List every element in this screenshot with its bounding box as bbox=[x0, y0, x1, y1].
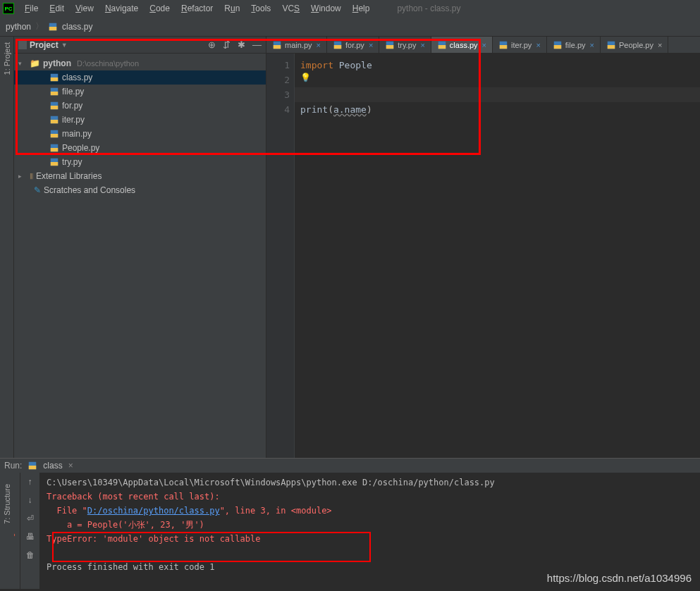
chevron-down-icon[interactable]: ▾ bbox=[18, 60, 27, 67]
breadcrumb-separator: 〉 bbox=[35, 20, 44, 32]
editor-tab-iter-py[interactable]: iter.py× bbox=[493, 37, 547, 53]
trash-icon[interactable]: 🗑 bbox=[24, 549, 37, 561]
tree-external-libraries[interactable]: ▸ ⫴ External Libraries bbox=[14, 169, 266, 183]
line-number: 4 bbox=[266, 102, 290, 117]
svg-rect-22 bbox=[386, 45, 394, 49]
tree-root[interactable]: ▾ 📁 python D:\oschina\python bbox=[14, 56, 266, 70]
run-toolbar-inner: ↑ ↓ ⏎ 🖶 🗑 bbox=[20, 473, 39, 589]
svg-rect-8 bbox=[51, 106, 59, 109]
tree-file-iter[interactable]: iter.py bbox=[14, 113, 266, 127]
run-tool-window: Run: class × ▶ ■ ⇲ 📌 ✖ ↑ ↓ ⏎ 🖶 🗑 C:\User… bbox=[0, 458, 700, 589]
console-cmd: C:\Users\10349\AppData\Local\Microsoft\W… bbox=[47, 478, 495, 487]
menu-vcs[interactable]: VCS bbox=[277, 2, 305, 15]
tree-file-main[interactable]: main.py bbox=[14, 127, 266, 141]
menu-file[interactable]: File bbox=[20, 2, 43, 15]
tree-label: External Libraries bbox=[36, 171, 102, 181]
svg-rect-16 bbox=[51, 162, 59, 166]
svg-rect-4 bbox=[51, 77, 59, 81]
watermark: https://blog.csdn.net/a1034996 bbox=[547, 572, 692, 584]
tree-file-file[interactable]: file.py bbox=[14, 85, 266, 99]
console-file-link[interactable]: D:/oschina/python/class.py bbox=[87, 506, 220, 516]
svg-rect-14 bbox=[51, 148, 59, 151]
run-tab-name[interactable]: class bbox=[43, 461, 62, 471]
menu-run[interactable]: Run bbox=[219, 2, 245, 15]
svg-rect-18 bbox=[274, 45, 281, 49]
menu-navigate[interactable]: Navigate bbox=[100, 2, 143, 15]
breadcrumb-file[interactable]: class.py bbox=[62, 22, 92, 32]
python-file-icon bbox=[49, 87, 59, 97]
menu-refactor[interactable]: Refactor bbox=[176, 2, 218, 15]
editor-tab-file-py[interactable]: file.py× bbox=[547, 37, 601, 53]
tree-root-path: D:\oschina\python bbox=[77, 59, 139, 68]
python-file-icon bbox=[48, 22, 58, 32]
svg-rect-28 bbox=[554, 45, 562, 49]
console-traceback: Traceback (most recent call last): bbox=[47, 492, 220, 502]
close-icon[interactable]: × bbox=[68, 461, 73, 471]
python-file-icon bbox=[49, 115, 59, 125]
svg-rect-1 bbox=[49, 27, 57, 30]
tree-label: for.py bbox=[62, 101, 82, 111]
chevron-right-icon[interactable]: ▸ bbox=[18, 173, 27, 180]
left-gutter: 1: Project bbox=[0, 37, 14, 458]
tree-label: main.py bbox=[62, 129, 92, 139]
tree-file-people[interactable]: People.py bbox=[14, 141, 266, 155]
menu-code[interactable]: Code bbox=[145, 2, 175, 15]
navigation-bar: python 〉 class.py bbox=[0, 17, 700, 37]
project-tool-window: Project ▼ ⊕ ⇵ ✱ — ▾ 📁 python D:\oschina\… bbox=[14, 37, 266, 458]
python-file-icon bbox=[49, 101, 59, 111]
hide-icon[interactable]: — bbox=[252, 39, 262, 50]
expand-icon[interactable]: ⇵ bbox=[223, 39, 231, 50]
line-number: 3 bbox=[266, 87, 290, 102]
tree-scratches[interactable]: ✎ Scratches and Consoles bbox=[14, 183, 266, 197]
svg-rect-6 bbox=[51, 92, 59, 95]
menu-tools[interactable]: Tools bbox=[246, 2, 276, 15]
editor-tab-People-py[interactable]: People.py× bbox=[601, 37, 668, 53]
tree-label: iter.py bbox=[62, 115, 85, 125]
side-tab-structure[interactable]: 7: Structure bbox=[1, 478, 13, 530]
svg-rect-32 bbox=[29, 466, 37, 469]
menu-edit[interactable]: Edit bbox=[44, 2, 69, 15]
tree-file-class[interactable]: class.py bbox=[14, 70, 266, 85]
project-panel-title: Project bbox=[30, 40, 59, 50]
tree-label: class.py bbox=[62, 73, 92, 82]
gutter: 1 2 3 4 bbox=[266, 54, 295, 458]
left-gutter-bottom: 7: Structure bbox=[0, 478, 14, 563]
menu-view[interactable]: View bbox=[70, 2, 99, 15]
editor-tab-main-py[interactable]: main.py× bbox=[266, 37, 327, 53]
current-line-highlight bbox=[295, 87, 700, 102]
window-title: python - class.py bbox=[397, 4, 460, 13]
tree-file-for[interactable]: for.py bbox=[14, 99, 266, 113]
menu-window[interactable]: Window bbox=[306, 2, 346, 15]
svg-rect-26 bbox=[500, 45, 508, 49]
tree-file-try[interactable]: try.py bbox=[14, 155, 266, 169]
side-tab-project[interactable]: 1: Project bbox=[1, 37, 13, 80]
svg-rect-20 bbox=[334, 45, 342, 49]
up-icon[interactable]: ↑ bbox=[24, 475, 37, 488]
tree-label: Scratches and Consoles bbox=[44, 185, 135, 195]
python-file-icon bbox=[49, 157, 59, 167]
library-icon: ⫴ bbox=[30, 171, 33, 181]
print-icon[interactable]: 🖶 bbox=[24, 530, 37, 543]
svg-rect-24 bbox=[438, 45, 446, 49]
svg-rect-30 bbox=[608, 45, 615, 49]
menu-help[interactable]: Help bbox=[348, 2, 375, 15]
wrap-icon[interactable]: ⏎ bbox=[24, 512, 37, 525]
svg-rect-10 bbox=[51, 120, 59, 123]
console-error: TypeError: 'module' object is not callab… bbox=[47, 534, 260, 544]
svg-rect-12 bbox=[51, 134, 59, 137]
editor-tab-try-py[interactable]: try.py× bbox=[379, 37, 431, 53]
editor-tab-for-py[interactable]: for.py× bbox=[327, 37, 379, 53]
project-icon bbox=[18, 41, 27, 49]
down-icon[interactable]: ↓ bbox=[24, 494, 37, 506]
python-file-icon bbox=[49, 73, 59, 82]
scratch-icon: ✎ bbox=[34, 185, 41, 195]
settings-icon[interactable]: ✱ bbox=[238, 39, 245, 50]
breadcrumb: python 〉 class.py bbox=[6, 20, 92, 32]
editor-tab-class-py[interactable]: class.py× bbox=[431, 37, 493, 53]
intention-bulb-icon[interactable]: 💡 bbox=[300, 73, 311, 82]
editor: main.py×for.py×try.py×class.py×iter.py×f… bbox=[266, 37, 700, 458]
tree-label: file.py bbox=[62, 87, 84, 97]
breadcrumb-root[interactable]: python bbox=[6, 22, 31, 32]
tree-label: try.py bbox=[62, 157, 82, 167]
locate-icon[interactable]: ⊕ bbox=[208, 39, 216, 50]
